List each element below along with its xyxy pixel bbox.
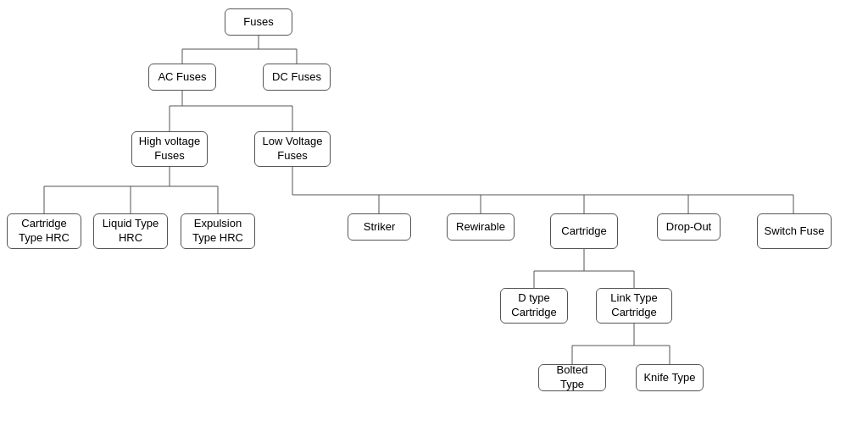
expulsion-hrc-label: ExpulsionType HRC <box>192 217 243 246</box>
cartridge-label: Cartridge <box>561 224 606 239</box>
rewirable-label: Rewirable <box>456 220 505 235</box>
dc-fuses-label: DC Fuses <box>272 70 321 85</box>
d-type-cartridge-label: D typeCartridge <box>511 291 556 320</box>
link-type-cartridge-label: Link TypeCartridge <box>610 291 657 320</box>
high-voltage-label: High voltageFuses <box>139 135 200 163</box>
drop-out-node: Drop-Out <box>657 213 721 241</box>
switch-fuse-label: Switch Fuse <box>765 224 825 239</box>
expulsion-hrc-node: ExpulsionType HRC <box>181 213 255 249</box>
knife-type-node: Knife Type <box>636 364 704 391</box>
bolted-type-label: Bolted Type <box>544 363 600 392</box>
striker-label: Striker <box>364 220 396 235</box>
ac-fuses-node: AC Fuses <box>148 64 216 91</box>
high-voltage-node: High voltageFuses <box>131 131 208 167</box>
link-type-cartridge-node: Link TypeCartridge <box>596 288 672 324</box>
striker-node: Striker <box>348 213 411 241</box>
rewirable-node: Rewirable <box>447 213 515 241</box>
cartridge-hrc-label: CartridgeType HRC <box>19 217 70 246</box>
dc-fuses-node: DC Fuses <box>263 64 331 91</box>
low-voltage-node: Low VoltageFuses <box>254 131 331 167</box>
fuses-label: Fuses <box>243 15 273 30</box>
cartridge-hrc-node: CartridgeType HRC <box>7 213 81 249</box>
knife-type-label: Knife Type <box>643 371 695 385</box>
low-voltage-label: Low VoltageFuses <box>263 135 323 163</box>
liquid-hrc-label: Liquid TypeHRC <box>103 217 159 246</box>
liquid-hrc-node: Liquid TypeHRC <box>93 213 168 249</box>
bolted-type-node: Bolted Type <box>538 364 606 391</box>
fuses-node: Fuses <box>225 8 292 36</box>
d-type-cartridge-node: D typeCartridge <box>500 288 568 324</box>
drop-out-label: Drop-Out <box>666 220 711 235</box>
ac-fuses-label: AC Fuses <box>158 70 206 85</box>
cartridge-node: Cartridge <box>550 213 618 249</box>
switch-fuse-node: Switch Fuse <box>757 213 832 249</box>
